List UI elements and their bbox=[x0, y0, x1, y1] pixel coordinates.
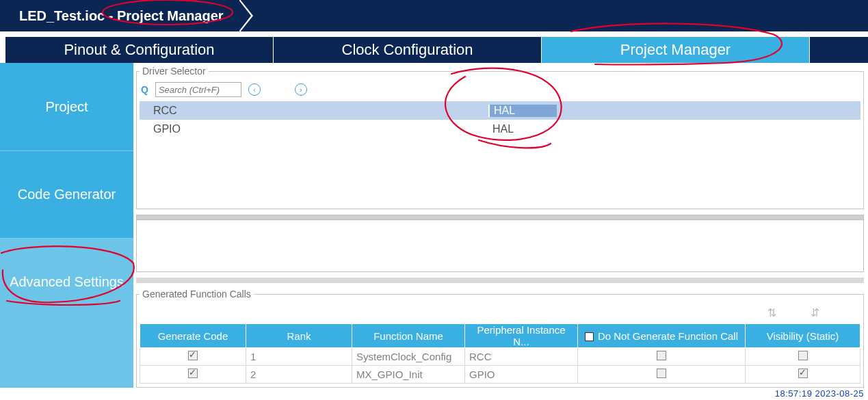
driver-row-gpio[interactable]: GPIO HAL bbox=[140, 120, 860, 138]
generate-code-checkbox[interactable] bbox=[188, 351, 198, 360]
driver-selector-panel: Driver Selector Q ‹ › RCC HAL GPIO HAL bbox=[136, 66, 864, 209]
tab-empty bbox=[810, 37, 868, 63]
visibility-checkbox[interactable] bbox=[798, 369, 808, 378]
col-do-not-generate[interactable]: Do Not Generate Function Call bbox=[578, 324, 746, 348]
generate-code-checkbox[interactable] bbox=[188, 369, 198, 378]
driver-name: RCC bbox=[140, 105, 488, 117]
sidebar: Project Code Generator Advanced Settings bbox=[0, 63, 133, 388]
do-not-generate-checkbox[interactable] bbox=[657, 351, 666, 360]
col-visibility-static[interactable]: Visibility (Static) bbox=[746, 324, 860, 348]
peripheral-cell: GPIO bbox=[465, 366, 578, 384]
generated-calls-legend: Generated Function Calls bbox=[140, 289, 254, 299]
breadcrumb-bar: LED_Test.ioc - Project Manager bbox=[0, 0, 868, 31]
driver-name: GPIO bbox=[140, 123, 488, 135]
sidebar-item-advanced-settings[interactable]: Advanced Settings bbox=[0, 238, 133, 325]
breadcrumb-title[interactable]: LED_Test.ioc - Project Manager bbox=[0, 0, 239, 31]
splitter-bottom[interactable] bbox=[136, 278, 864, 283]
rank-cell: 2 bbox=[246, 366, 352, 384]
rank-cell: 1 bbox=[246, 348, 352, 366]
sort-desc-icon[interactable]: ⇵ bbox=[811, 306, 819, 319]
function-calls-table: Generate Code Rank Function Name Periphe… bbox=[140, 323, 860, 384]
sidebar-item-project[interactable]: Project bbox=[0, 63, 133, 150]
search-icon[interactable]: Q bbox=[141, 84, 148, 95]
sort-asc-icon[interactable]: ⇅ bbox=[767, 306, 776, 319]
tab-project-manager[interactable]: Project Manager bbox=[542, 37, 810, 63]
sidebar-fill bbox=[0, 325, 133, 388]
timestamp: 18:57:19 2023-08-25 bbox=[775, 388, 864, 399]
visibility-checkbox[interactable] bbox=[798, 351, 808, 360]
search-input[interactable] bbox=[155, 82, 241, 97]
driver-value[interactable]: HAL bbox=[488, 105, 557, 117]
peripheral-cell: RCC bbox=[465, 348, 578, 366]
tab-pinout-configuration[interactable]: Pinout & Configuration bbox=[5, 37, 274, 63]
col-rank[interactable]: Rank bbox=[246, 324, 352, 348]
sidebar-item-code-generator[interactable]: Code Generator bbox=[0, 150, 133, 238]
col-peripheral-instance[interactable]: Peripheral Instance N... bbox=[465, 324, 578, 348]
function-name-cell: SystemClock_Config bbox=[352, 348, 465, 366]
detail-area bbox=[136, 220, 864, 272]
do-not-generate-checkbox[interactable] bbox=[657, 369, 666, 378]
tab-clock-configuration[interactable]: Clock Configuration bbox=[274, 37, 542, 63]
prev-match-button[interactable]: ‹ bbox=[248, 83, 261, 96]
table-row[interactable]: 1 SystemClock_Config RCC bbox=[140, 348, 860, 366]
function-name-cell: MX_GPIO_Init bbox=[352, 366, 465, 384]
table-row[interactable]: 2 MX_GPIO_Init GPIO bbox=[140, 366, 860, 384]
col-function-name[interactable]: Function Name bbox=[352, 324, 465, 348]
driver-row-rcc[interactable]: RCC HAL bbox=[140, 101, 860, 120]
splitter-top[interactable] bbox=[136, 215, 864, 220]
driver-value[interactable]: HAL bbox=[488, 123, 557, 135]
driver-list: RCC HAL GPIO HAL bbox=[140, 101, 860, 138]
top-tabs: Pinout & Configuration Clock Configurati… bbox=[0, 37, 868, 63]
driver-selector-legend: Driver Selector bbox=[140, 66, 209, 77]
generated-function-calls-panel: Generated Function Calls ⇅ ⇵ Generate Co… bbox=[136, 289, 864, 388]
col-generate-code[interactable]: Generate Code bbox=[140, 324, 246, 348]
next-match-button[interactable]: › bbox=[295, 83, 307, 96]
checkbox-icon bbox=[585, 332, 594, 341]
